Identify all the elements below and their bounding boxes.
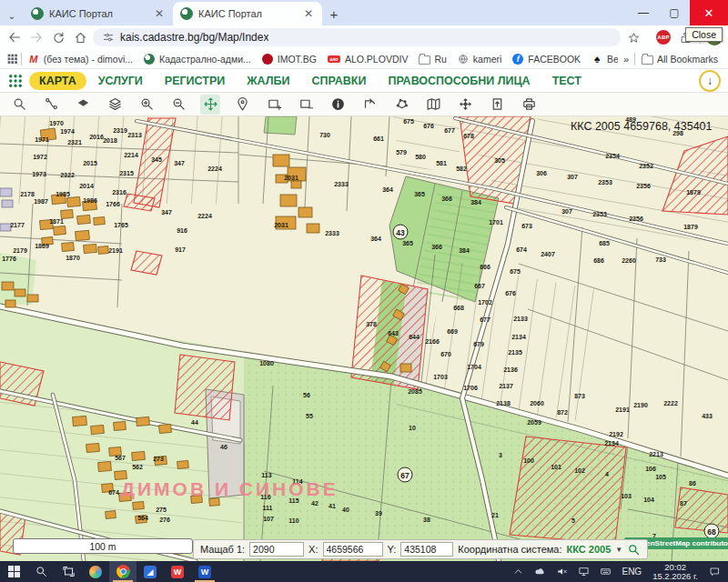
scale-input[interactable] (249, 542, 304, 557)
search-icon[interactable] (9, 95, 29, 115)
all-bookmarks-button[interactable]: All Bookmarks (637, 52, 723, 66)
nav-item-2[interactable]: УСЛУГИ (88, 72, 153, 90)
map-toolbar (0, 93, 728, 116)
paint3d-app-icon[interactable] (82, 561, 109, 582)
nav-item-3[interactable]: РЕГИСТРИ (155, 72, 235, 90)
nav-item-4[interactable]: ЖАЛБИ (237, 72, 299, 90)
url-omnibox[interactable]: kais.cadastre.bg/bg/Map/Index (93, 28, 621, 46)
action-center-icon[interactable] (704, 561, 724, 582)
word-app-icon[interactable]: W (191, 561, 218, 582)
print-icon[interactable] (519, 95, 539, 115)
bookmark-label: kameri (473, 54, 502, 65)
nav-item-1[interactable]: КАРТА (29, 72, 86, 90)
crs-dropdown[interactable]: ККС 2005 (567, 544, 612, 555)
layers-icon[interactable] (105, 95, 125, 115)
facebook-icon: f (512, 54, 523, 65)
kais-main-menu: КАРТАУСЛУГИРЕГИСТРИЖАЛБИСПРАВКИПРАВОСПОС… (0, 69, 728, 93)
bookmark-item[interactable]: IMOT.BG (258, 52, 321, 66)
zoom-in-icon[interactable] (136, 95, 157, 115)
layer-icon[interactable] (73, 95, 93, 115)
export-icon[interactable] (487, 95, 507, 115)
building (288, 167, 306, 181)
site-favicon (31, 7, 44, 20)
browser-tab-2-active[interactable]: КАИС Портал ✕ (173, 2, 322, 25)
corner-arrow-icon[interactable] (359, 95, 379, 115)
y-label: Y: (388, 544, 397, 555)
start-button[interactable] (0, 561, 27, 582)
onedrive-cloud-icon[interactable] (530, 561, 550, 582)
window-controls: — ▢ ✕ (628, 0, 728, 25)
url-text[interactable]: kais.cadastre.bg/bg/Map/Index (120, 31, 268, 44)
bookmark-item[interactable]: kameri (453, 52, 507, 66)
network-icon[interactable] (573, 561, 593, 582)
x-coordinate-input[interactable] (323, 542, 383, 557)
blue-app-icon[interactable]: ◢ (136, 561, 164, 582)
bookmark-item[interactable]: Кадастрално-адми... (139, 52, 256, 66)
reload-icon[interactable] (49, 28, 67, 46)
bookmark-item[interactable]: алоALO.PLOVDIV (323, 52, 412, 66)
bookmark-item[interactable]: fFACEBOOK (508, 52, 585, 66)
select-rect-minus-icon[interactable] (296, 95, 316, 115)
tab-title: КАИС Портал (198, 8, 297, 19)
apps-grid-icon[interactable] (5, 50, 19, 68)
chrome-app-icon[interactable] (109, 561, 136, 582)
building (136, 416, 150, 426)
pan-icon[interactable] (200, 95, 220, 115)
building (400, 364, 411, 372)
browser-tab-1[interactable]: КАИС Портал ✕ (24, 2, 173, 25)
location-pin-icon[interactable] (232, 95, 252, 115)
building (94, 216, 106, 225)
new-tab-button[interactable]: + (322, 2, 346, 25)
alo-icon: ало (328, 55, 340, 63)
zoom-out-icon[interactable] (168, 95, 188, 115)
wps-app-icon[interactable]: W (164, 561, 191, 582)
nav-item-6[interactable]: ПРАВОСПОСОБНИ ЛИЦА (378, 72, 540, 90)
nav-item-5[interactable]: СПРАВКИ (301, 72, 376, 90)
task-view-icon[interactable] (55, 561, 82, 582)
language-indicator[interactable]: ENG (617, 567, 646, 577)
building (42, 236, 54, 245)
building (155, 456, 167, 465)
building (86, 443, 100, 452)
building (40, 219, 54, 229)
nav-item-7[interactable]: ТЕСТ (542, 72, 592, 90)
tab-close-icon[interactable]: ✕ (302, 7, 315, 20)
map-sheets-icon[interactable] (423, 95, 443, 115)
tray-chevron-up-icon[interactable] (508, 561, 528, 582)
adblock-extension-icon[interactable]: ABP (656, 30, 671, 45)
crosshair-icon[interactable] (455, 95, 475, 115)
select-rect-plus-icon[interactable] (264, 95, 284, 115)
route-icon[interactable] (41, 95, 61, 115)
building (83, 200, 97, 210)
tab-title: КАИС Портал (49, 8, 147, 19)
taskbar-search-icon[interactable] (27, 561, 55, 582)
building (177, 460, 189, 468)
coordinate-search-icon[interactable] (627, 543, 641, 557)
window-maximize-button[interactable]: ▢ (659, 0, 690, 25)
back-icon[interactable] (5, 28, 24, 46)
tab-close-icon[interactable]: ✕ (153, 7, 166, 20)
scroll-down-button[interactable]: ↓ (699, 70, 721, 92)
info-icon[interactable] (328, 95, 348, 115)
home-icon[interactable] (71, 28, 89, 46)
volume-muted-icon[interactable] (551, 561, 571, 582)
bookmark-item[interactable]: Ru (414, 52, 450, 66)
cadastre-map-viewport[interactable]: 1970197419712321201623192313201819722015… (0, 116, 728, 561)
divider (21, 53, 22, 65)
bookmarks-overflow-chevron[interactable]: » (620, 54, 632, 65)
bookmark-item[interactable]: ♠Belot.BG (587, 52, 618, 66)
chevron-down-icon[interactable]: ▼ (615, 546, 622, 554)
y-coordinate-input[interactable] (400, 542, 453, 557)
polygon-select-icon[interactable] (391, 95, 411, 115)
window-minimize-button[interactable]: — (628, 0, 659, 25)
building (102, 483, 114, 492)
keyboard-icon[interactable] (595, 561, 615, 582)
bookmark-star-icon[interactable] (624, 28, 642, 46)
x-label: X: (308, 544, 318, 555)
forward-icon[interactable] (27, 28, 46, 46)
tab-search-chevron-icon[interactable]: ⌄ (0, 5, 24, 25)
folder-icon (642, 54, 652, 65)
taskbar-clock[interactable]: 20:02 15.2.2026 г. (648, 563, 703, 581)
window-close-button[interactable]: ✕ (690, 0, 728, 25)
bookmark-item[interactable]: M(без тема) - dimovi... (24, 52, 137, 66)
